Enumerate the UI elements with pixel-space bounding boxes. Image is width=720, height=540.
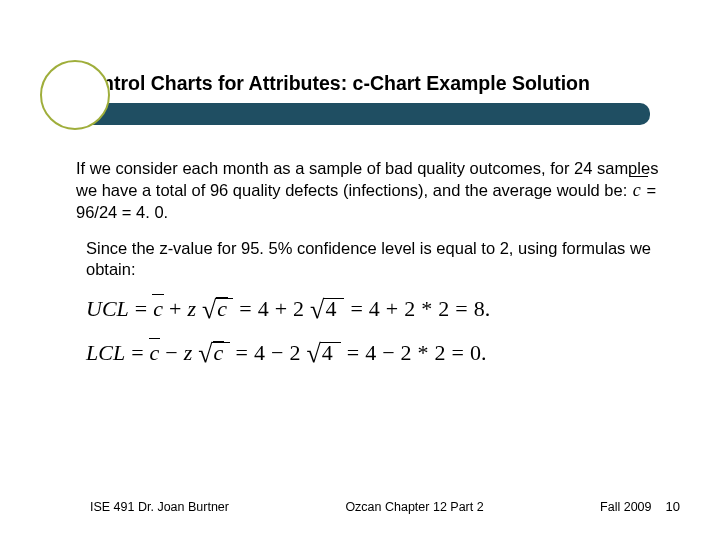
formula-ucl: UCL = c + z √ c = 4 + 2 √ 4 = 4 + 2 * 2 … — [86, 296, 646, 322]
ucl-label: UCL — [86, 296, 129, 322]
minus-sign: − — [165, 340, 177, 366]
eq-sign: = — [239, 296, 251, 322]
eq-sign: = — [347, 340, 359, 366]
num-4: 4 — [365, 340, 376, 366]
formula-block: UCL = c + z √ c = 4 + 2 √ 4 = 4 + 2 * 2 … — [86, 296, 646, 384]
slide-footer: ISE 491 Dr. Joan Burtner Ozcan Chapter 1… — [90, 499, 680, 514]
num-2: 2 — [435, 340, 446, 366]
result-0: 0. — [470, 340, 487, 366]
eq-sign: = — [350, 296, 362, 322]
num-2: 2 — [401, 340, 412, 366]
body-paragraph-2: Since the z-value for 95. 5% confidence … — [86, 238, 666, 280]
eq-sign: = — [236, 340, 248, 366]
accent-circle — [40, 60, 110, 130]
plus-sign: + — [386, 296, 398, 322]
minus-sign: − — [382, 340, 394, 366]
z-symbol: z — [184, 340, 193, 366]
result-8: 8. — [474, 296, 491, 322]
formula-lcl: LCL = c − z √ c = 4 − 2 √ 4 = 4 − 2 * 2 … — [86, 340, 646, 366]
body-para1-before: If we consider each month as a sample of… — [76, 159, 658, 199]
c-bar-symbol: c — [632, 179, 642, 202]
num-4: 4 — [369, 296, 380, 322]
num-2: 2 — [289, 340, 300, 366]
c-bar: c — [153, 296, 163, 322]
sqrt-4: √ 4 — [306, 342, 340, 364]
eq-sign: = — [131, 340, 143, 366]
page-number: 10 — [666, 499, 680, 514]
num-2: 2 — [293, 296, 304, 322]
plus-sign: + — [169, 296, 181, 322]
sqrt-cbar: √ c — [198, 342, 229, 364]
mult-sign: * — [418, 340, 429, 366]
footer-center: Ozcan Chapter 12 Part 2 — [345, 500, 483, 514]
sqrt-cbar: √ c — [202, 298, 233, 320]
sqrt-4: √ 4 — [310, 298, 344, 320]
num-4: 4 — [258, 296, 269, 322]
lcl-label: LCL — [86, 340, 125, 366]
eq-sign: = — [135, 296, 147, 322]
c-bar: c — [150, 340, 160, 366]
eq-sign: = — [455, 296, 467, 322]
mult-sign: * — [421, 296, 432, 322]
minus-sign: − — [271, 340, 283, 366]
title-underline-bar — [76, 103, 650, 125]
plus-sign: + — [275, 296, 287, 322]
slide-title: Control Charts for Attributes: c-Chart E… — [76, 72, 666, 95]
num-2: 2 — [438, 296, 449, 322]
num-2: 2 — [404, 296, 415, 322]
body-paragraph-1: If we consider each month as a sample of… — [76, 158, 666, 223]
footer-left: ISE 491 Dr. Joan Burtner — [90, 500, 229, 514]
footer-right: Fall 2009 — [600, 500, 651, 514]
num-4: 4 — [254, 340, 265, 366]
eq-sign: = — [452, 340, 464, 366]
z-symbol: z — [187, 296, 196, 322]
